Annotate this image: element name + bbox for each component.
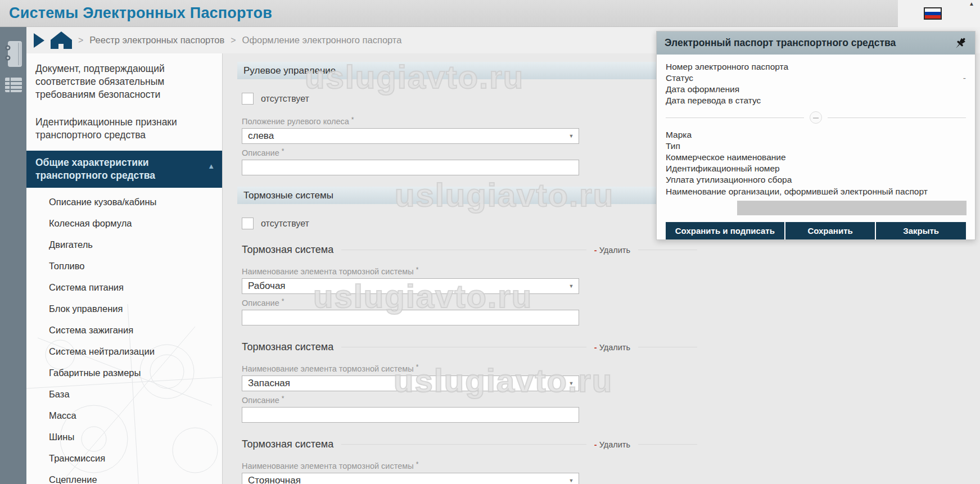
sidebar-subitem-ignition[interactable]: Система зажигания xyxy=(26,319,222,341)
panel-buttons: Сохранить и подписать Сохранить Закрыть xyxy=(666,222,966,239)
chevron-down-icon: ▼ xyxy=(564,133,579,139)
group-title: Тормозная система xyxy=(242,438,333,450)
panel-body: Номер электронного паспорта Статус- Дата… xyxy=(657,55,975,239)
brake-description-input[interactable] xyxy=(242,407,579,423)
sidebar-subitem-wheelbase[interactable]: База xyxy=(26,383,222,405)
group-title: Тормозная система xyxy=(242,244,333,256)
sidebar-subitem-tires[interactable]: Шины xyxy=(26,426,222,447)
sidebar-subitem-dimensions[interactable]: Габаритные размеры xyxy=(26,362,222,383)
chevron-down-icon: ▼ xyxy=(564,283,579,289)
panel-field-row: Дата оформления xyxy=(666,84,966,95)
panel-field-row: Наименование организации, оформившей эле… xyxy=(666,186,966,197)
save-button[interactable]: Сохранить xyxy=(785,222,875,239)
sidebar-subnav: Описание кузова/кабины Колесная формула … xyxy=(26,191,222,484)
breadcrumb-registry-link[interactable]: Реестр электронных паспортов xyxy=(89,35,224,46)
passport-book-icon[interactable] xyxy=(4,39,23,69)
sidebar-subitem-body[interactable]: Описание кузова/кабины xyxy=(26,191,222,212)
icon-rail xyxy=(0,27,26,484)
status-value: - xyxy=(963,73,966,84)
brake-group-header: Тормозная система -Удалить xyxy=(242,244,697,256)
remove-brake-group-link[interactable]: -Удалить xyxy=(594,343,630,352)
panel-field-row: Идентификационный номер xyxy=(666,163,966,174)
russia-flag-icon[interactable] xyxy=(924,7,942,20)
sidebar-subitem-fuel[interactable]: Топливо xyxy=(26,255,222,277)
required-asterisk: * xyxy=(416,266,419,274)
brake-element-select[interactable]: Запасная ▼ xyxy=(242,376,579,391)
breadcrumb-current: Оформление электронного паспорта xyxy=(242,35,402,46)
organization-value-bar xyxy=(737,201,967,215)
chevron-down-icon: ▼ xyxy=(564,381,579,386)
sidebar-subitem-control-unit[interactable]: Блок управления xyxy=(26,298,222,319)
collapse-minus-icon[interactable] xyxy=(810,111,822,124)
minus-icon: - xyxy=(594,246,597,255)
panel-field-row: Тип xyxy=(666,141,966,152)
field-label: Наименование элемента тормозной системы … xyxy=(242,363,879,373)
checkbox-label: отсутствует xyxy=(261,219,309,229)
passport-summary-panel: Электронный паспорт транспортного средст… xyxy=(656,31,976,240)
panel-field-row: Уплата утилизационного сбора xyxy=(666,174,966,186)
close-button[interactable]: Закрыть xyxy=(876,222,966,239)
sidebar-subitem-engine[interactable]: Двигатель xyxy=(26,234,222,255)
save-and-sign-button[interactable]: Сохранить и подписать xyxy=(666,222,784,239)
sidebar-subitem-mass[interactable]: Масса xyxy=(26,405,222,426)
brake-group-header: Тормозная система -Удалить xyxy=(242,438,697,450)
required-asterisk: * xyxy=(282,297,284,305)
app-header: Системы Электронных Паспортов ▲ xyxy=(0,0,980,27)
panel-field-row: Марка xyxy=(666,129,966,141)
panel-title: Электронный паспорт транспортного средст… xyxy=(665,37,952,49)
home-icon[interactable] xyxy=(51,31,72,49)
field-label: Описание * xyxy=(242,297,879,307)
steering-wheel-position-select[interactable]: слева ▼ xyxy=(242,128,579,144)
sidebar-item-safety-document[interactable]: Документ, подтверждающий соответствие об… xyxy=(26,57,222,107)
panel-field-row: Коммерческое наименование xyxy=(666,152,966,163)
panel-divider xyxy=(666,111,966,124)
brake-element-select[interactable]: Стояночная ▼ xyxy=(242,473,579,484)
required-asterisk: * xyxy=(282,147,284,155)
panel-field-row: Статус- xyxy=(666,73,966,84)
sidebar-subitem-power-system[interactable]: Система питания xyxy=(26,277,222,298)
pin-icon[interactable] xyxy=(952,35,968,51)
minus-icon: - xyxy=(594,343,597,352)
sidebar-item-general-characteristics[interactable]: Общие характеристики транспортного средс… xyxy=(26,151,222,188)
remove-brake-group-link[interactable]: -Удалить xyxy=(594,440,630,449)
sidebar-collapse-icon[interactable] xyxy=(34,33,44,48)
checkbox-label: отсутствует xyxy=(261,94,309,104)
required-asterisk: * xyxy=(416,363,419,371)
form-sections-sidebar: Документ, подтверждающий соответствие об… xyxy=(26,53,223,484)
field-label: Наименование элемента тормозной системы … xyxy=(242,266,879,276)
sidebar-subitem-wheel-formula[interactable]: Колесная формула xyxy=(26,212,222,234)
field-label: Описание * xyxy=(242,395,879,405)
panel-header: Электронный паспорт транспортного средст… xyxy=(657,31,975,55)
app-title: Системы Электронных Паспортов xyxy=(9,4,272,22)
required-asterisk: * xyxy=(416,460,419,468)
sidebar-subitem-transmission[interactable]: Трансмиссия xyxy=(26,447,222,469)
field-label: Наименование элемента тормозной системы … xyxy=(242,460,879,471)
panel-field-row: Дата перевода в статус xyxy=(666,95,966,106)
steering-absent-checkbox[interactable] xyxy=(242,93,254,105)
page: Системы Электронных Паспортов ▲ xyxy=(0,0,980,484)
brake-description-input[interactable] xyxy=(242,310,579,325)
required-asterisk: * xyxy=(351,116,354,124)
language-region xyxy=(898,0,980,27)
sidebar-subitem-neutralization[interactable]: Система нейтрализации xyxy=(26,341,222,362)
group-title: Тормозная система xyxy=(242,341,333,353)
brakes-absent-checkbox[interactable] xyxy=(242,218,254,229)
chevron-down-icon: ▼ xyxy=(564,478,579,483)
sidebar-item-identification[interactable]: Идентификационные признаки транспортного… xyxy=(26,110,222,147)
remove-brake-group-link[interactable]: -Удалить xyxy=(594,246,630,255)
breadcrumb-separator: > xyxy=(78,35,83,46)
breadcrumb-separator: > xyxy=(231,35,236,46)
sidebar-subitem-clutch[interactable]: Сцепление xyxy=(26,469,222,484)
scroll-top-icon[interactable]: ▲ xyxy=(969,1,974,7)
registry-table-icon[interactable] xyxy=(4,76,23,93)
brake-group-header: Тормозная система -Удалить xyxy=(242,341,697,353)
chevron-up-icon: ▲ xyxy=(207,160,215,173)
panel-field-row: Номер электронного паспорта xyxy=(666,61,966,73)
required-asterisk: * xyxy=(282,395,284,402)
minus-icon: - xyxy=(594,440,597,449)
steering-description-input[interactable] xyxy=(242,160,579,175)
brake-element-select[interactable]: Рабочая ▼ xyxy=(242,278,579,294)
